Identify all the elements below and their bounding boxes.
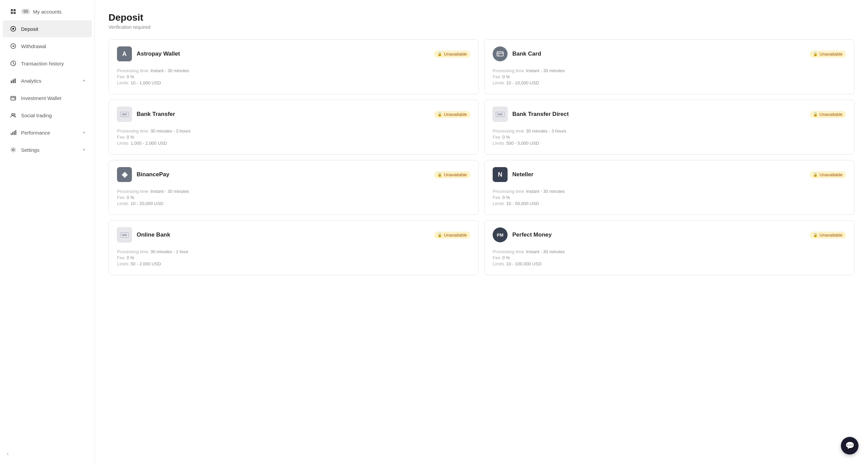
fee-value-binancepay: 0 %	[126, 195, 134, 200]
limits-row-binancepay: Limits 10 - 20,000 USD	[117, 201, 470, 206]
sidebar-item-social-trading[interactable]: Social trading	[3, 107, 92, 124]
chevron-down-icon-analytics: ▾	[83, 78, 85, 83]
card-logo-bank-transfer-direct: INR	[493, 107, 508, 122]
card-header-astropay: A Astropay Wallet 🔒 Unavailable	[117, 46, 470, 61]
payment-card-bank-transfer[interactable]: INR Bank Transfer 🔒 Unavailable Processi…	[108, 100, 479, 155]
card-header-bank-card: Bank Card 🔒 Unavailable	[493, 46, 846, 61]
sidebar-collapse-button[interactable]: ‹	[0, 446, 95, 461]
card-details-perfect-money: Processing time Instant - 30 minutes Fee…	[493, 249, 846, 266]
limits-label-perfect-money: Limits	[493, 261, 504, 266]
payment-card-bank-transfer-direct[interactable]: INR Bank Transfer Direct 🔒 Unavailable P…	[484, 100, 854, 155]
unavailable-badge-binancepay: 🔒 Unavailable	[434, 171, 470, 178]
card-name-bank-card: Bank Card	[512, 51, 541, 57]
sidebar-item-label-transaction-history: Transaction history	[21, 61, 64, 66]
payment-card-bank-card[interactable]: Bank Card 🔒 Unavailable Processing time …	[484, 39, 854, 94]
chart-bar-icon	[9, 77, 17, 84]
processing-time-label-binancepay: Processing time	[117, 189, 148, 194]
fee-label-neteller: Fee	[493, 195, 500, 200]
chat-fab-button[interactable]: 💬	[841, 437, 859, 455]
processing-time-value-bank-card: Instant - 30 minutes	[526, 68, 565, 73]
card-title-group-bank-transfer-direct: INR Bank Transfer Direct	[493, 107, 569, 122]
payment-card-perfect-money[interactable]: PM Perfect Money 🔒 Unavailable Processin…	[484, 220, 854, 275]
card-details-online-bank: Processing time 30 minutes - 1 hour Fee …	[117, 249, 470, 266]
lock-icon-bank-card: 🔒	[813, 52, 818, 56]
limits-value-bank-transfer-direct: 500 - 5,000 USD	[506, 141, 539, 146]
sidebar-item-transaction-history[interactable]: Transaction history	[3, 55, 92, 72]
processing-time-label-bank-transfer-direct: Processing time	[493, 128, 524, 134]
unavailable-badge-bank-transfer-direct: 🔒 Unavailable	[810, 111, 846, 118]
limits-row-perfect-money: Limits 10 - 100,000 USD	[493, 261, 846, 266]
fee-row-online-bank: Fee 0 %	[117, 255, 470, 260]
card-title-group-bank-card: Bank Card	[493, 46, 541, 61]
card-title-group-binancepay: ◈ BinancePay	[117, 167, 169, 182]
limits-value-binancepay: 10 - 20,000 USD	[131, 201, 163, 206]
processing-time-value-binancepay: Instant - 30 minutes	[150, 189, 189, 194]
my-accounts-badge: 98	[21, 9, 30, 14]
fee-value-bank-transfer: 0 %	[126, 135, 134, 140]
limits-value-astropay: 10 - 1,000 USD	[131, 80, 161, 85]
limits-value-neteller: 10 - 50,000 USD	[506, 201, 539, 206]
sidebar-item-withdrawal[interactable]: Withdrawal	[3, 38, 92, 55]
processing-time-row-online-bank: Processing time 30 minutes - 1 hour	[117, 249, 470, 254]
unavailable-label-perfect-money: Unavailable	[820, 233, 843, 238]
sidebar-item-label-my-accounts: My accounts	[33, 9, 61, 15]
payment-card-neteller[interactable]: N Neteller 🔒 Unavailable Processing time…	[484, 160, 854, 215]
bar-chart-icon	[9, 129, 17, 136]
fee-row-perfect-money: Fee 0 %	[493, 255, 846, 260]
chevron-down-icon-settings: ▾	[83, 147, 85, 152]
fee-row-neteller: Fee 0 %	[493, 195, 846, 200]
processing-time-row-binancepay: Processing time Instant - 30 minutes	[117, 189, 470, 194]
processing-time-value-online-bank: 30 minutes - 1 hour	[150, 249, 188, 254]
fee-row-binancepay: Fee 0 %	[117, 195, 470, 200]
payment-card-binancepay[interactable]: ◈ BinancePay 🔒 Unavailable Processing ti…	[108, 160, 479, 215]
limits-value-bank-transfer: 1,000 - 2,000 USD	[131, 141, 167, 146]
page-title: Deposit	[108, 12, 854, 23]
card-name-neteller: Neteller	[512, 171, 533, 178]
main-content: Deposit Verification required A Astropay…	[95, 0, 868, 464]
limits-value-perfect-money: 10 - 100,000 USD	[506, 261, 541, 266]
lock-icon-online-bank: 🔒	[437, 233, 442, 237]
lock-icon-perfect-money: 🔒	[813, 233, 818, 237]
sidebar-item-investment-wallet[interactable]: Investment Wallet	[3, 89, 92, 106]
unavailable-badge-online-bank: 🔒 Unavailable	[434, 231, 470, 239]
sidebar-item-settings[interactable]: Settings▾	[3, 141, 92, 158]
card-title-group-online-bank: INR Online Bank	[117, 227, 170, 242]
payment-card-online-bank[interactable]: INR Online Bank 🔒 Unavailable Processing…	[108, 220, 479, 275]
fee-row-bank-card: Fee 0 %	[493, 74, 846, 79]
svg-rect-2	[11, 12, 13, 14]
limits-value-online-bank: 50 - 2,000 USD	[131, 261, 161, 266]
card-title-group-astropay: A Astropay Wallet	[117, 46, 180, 61]
card-name-astropay: Astropay Wallet	[137, 51, 180, 57]
fee-label-online-bank: Fee	[117, 255, 124, 260]
fee-label-perfect-money: Fee	[493, 255, 500, 260]
processing-time-row-bank-transfer-direct: Processing time 30 minutes - 3 hours	[493, 128, 846, 134]
limits-label-bank-transfer: Limits	[117, 141, 129, 146]
fee-label-bank-transfer: Fee	[117, 135, 124, 140]
sidebar-item-label-social-trading: Social trading	[21, 113, 52, 118]
card-title-group-bank-transfer: INR Bank Transfer	[117, 107, 175, 122]
processing-time-label-perfect-money: Processing time	[493, 249, 524, 254]
sidebar-item-performance[interactable]: Performance▾	[3, 124, 92, 141]
unavailable-badge-bank-transfer: 🔒 Unavailable	[434, 111, 470, 118]
processing-time-row-bank-card: Processing time Instant - 30 minutes	[493, 68, 846, 73]
payment-card-astropay[interactable]: A Astropay Wallet 🔒 Unavailable Processi…	[108, 39, 479, 94]
sidebar-item-deposit[interactable]: Deposit	[3, 20, 92, 37]
fee-value-online-bank: 0 %	[126, 255, 134, 260]
lock-icon-neteller: 🔒	[813, 173, 818, 177]
sidebar-item-analytics[interactable]: Analytics▾	[3, 72, 92, 89]
sidebar-item-my-accounts[interactable]: 98My accounts	[3, 3, 92, 20]
limits-row-bank-transfer-direct: Limits 500 - 5,000 USD	[493, 141, 846, 146]
sidebar-item-label-deposit: Deposit	[21, 26, 38, 32]
fee-value-perfect-money: 0 %	[502, 255, 510, 260]
lock-icon-binancepay: 🔒	[437, 173, 442, 177]
processing-time-value-astropay: Instant - 30 minutes	[150, 68, 189, 73]
processing-time-value-bank-transfer-direct: 30 minutes - 3 hours	[526, 128, 566, 134]
clock-icon	[9, 60, 17, 67]
card-header-perfect-money: PM Perfect Money 🔒 Unavailable	[493, 227, 846, 242]
fee-row-astropay: Fee 0 %	[117, 74, 470, 79]
fee-label-binancepay: Fee	[117, 195, 124, 200]
svg-rect-1	[14, 9, 16, 11]
card-logo-astropay: A	[117, 46, 132, 61]
lock-icon-astropay: 🔒	[437, 52, 442, 56]
processing-time-label-online-bank: Processing time	[117, 249, 148, 254]
